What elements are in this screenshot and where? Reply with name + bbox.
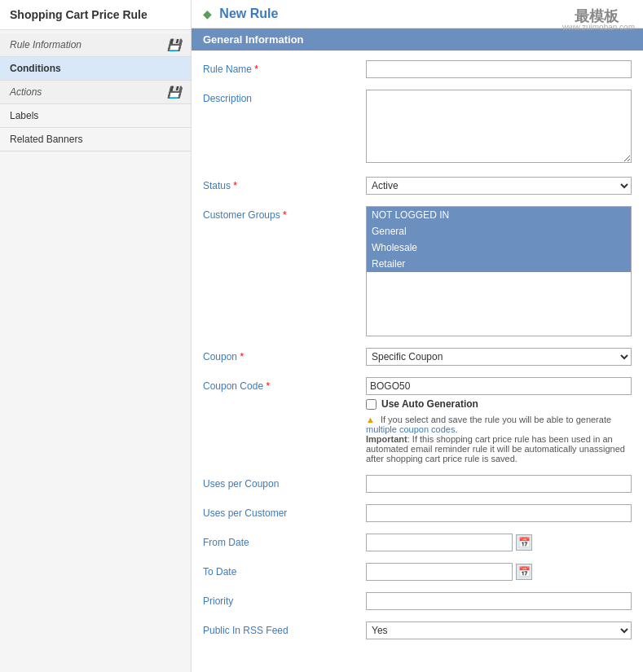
from-date-field: 📅 <box>366 534 632 551</box>
rule-name-field <box>366 60 632 78</box>
sidebar-item-actions-header[interactable]: Actions 💾 <box>0 81 191 104</box>
coupon-codes-link[interactable]: multiple coupon codes <box>366 424 455 434</box>
description-textarea[interactable] <box>366 90 632 163</box>
uses-per-coupon-input[interactable] <box>366 475 632 493</box>
related-banners-label: Related Banners <box>10 134 82 145</box>
auto-gen-info-text: If you select and save the rule you will… <box>366 415 611 434</box>
coupon-code-row: Coupon Code Use Auto Generation ▲ If you… <box>203 377 632 463</box>
customer-groups-label: Customer Groups <box>203 206 366 221</box>
coupon-info: ▲ If you select and save the rule you wi… <box>366 415 632 463</box>
rule-name-row: Rule Name <box>203 60 632 78</box>
new-rule-icon: ◆ <box>203 7 212 20</box>
actions-label: Actions <box>10 86 42 98</box>
use-auto-generation-checkbox[interactable] <box>366 399 377 410</box>
customer-groups-field: NOT LOGGED IN General Wholesale Retailer <box>366 206 632 336</box>
status-label: Status <box>203 177 366 191</box>
conditions-label: Conditions <box>10 63 61 74</box>
uses-per-coupon-field <box>366 475 632 493</box>
general-information-header: General Information <box>192 29 643 51</box>
customer-group-general[interactable]: General <box>367 223 631 239</box>
public-rss-field: Yes No <box>366 621 632 639</box>
main-content: ◆ New Rule 最模板 www.zuimoban.com General … <box>192 0 643 672</box>
use-auto-generation-label: Use Auto Generation <box>381 398 478 410</box>
sidebar: Shopping Cart Price Rule Rule Informatio… <box>0 0 192 672</box>
from-date-row: From Date 📅 <box>203 534 632 551</box>
customer-group-wholesale[interactable]: Wholesale <box>367 239 631 256</box>
use-auto-generation-row: Use Auto Generation <box>366 398 632 410</box>
important-label: Important <box>366 434 407 444</box>
coupon-field: No Coupon Specific Coupon Auto Generated <box>366 348 632 366</box>
sidebar-item-conditions[interactable]: Conditions <box>0 57 191 81</box>
labels-label: Labels <box>10 110 38 121</box>
to-date-calendar-icon[interactable]: 📅 <box>516 564 532 580</box>
to-date-field: 📅 <box>366 563 632 581</box>
uses-per-customer-label: Uses per Customer <box>203 504 366 519</box>
from-date-calendar-icon[interactable]: 📅 <box>516 534 532 551</box>
uses-per-coupon-row: Uses per Coupon <box>203 475 632 493</box>
coupon-row: Coupon No Coupon Specific Coupon Auto Ge… <box>203 348 632 366</box>
to-date-row-inner: 📅 <box>366 563 632 581</box>
description-field <box>366 90 632 165</box>
actions-save-icon: 💾 <box>167 86 181 99</box>
section-title: General Information <box>203 33 304 46</box>
form-body: Rule Name Description Status Active In <box>192 51 643 661</box>
sidebar-section-rule-information: Rule Information 💾 Conditions Actions 💾 … <box>0 30 191 155</box>
sidebar-item-labels[interactable]: Labels <box>0 104 191 128</box>
customer-group-not-logged-in[interactable]: NOT LOGGED IN <box>367 207 631 223</box>
page-header: ◆ New Rule 最模板 www.zuimoban.com <box>192 0 643 29</box>
uses-per-coupon-label: Uses per Coupon <box>203 475 366 490</box>
sidebar-item-related-banners[interactable]: Related Banners <box>0 128 191 152</box>
priority-field <box>366 592 632 610</box>
public-rss-label: Public In RSS Feed <box>203 621 366 636</box>
coupon-code-input[interactable] <box>366 377 632 395</box>
from-date-label: From Date <box>203 534 366 548</box>
to-date-label: To Date <box>203 563 366 578</box>
coupon-select[interactable]: No Coupon Specific Coupon Auto Generated <box>366 348 632 366</box>
coupon-label: Coupon <box>203 348 366 362</box>
priority-input[interactable] <box>366 592 632 610</box>
customer-group-retailer[interactable]: Retailer <box>367 256 631 272</box>
uses-per-customer-input[interactable] <box>366 504 632 522</box>
coupon-code-field: Use Auto Generation ▲ If you select and … <box>366 377 632 463</box>
status-row: Status Active Inactive <box>203 177 632 195</box>
rule-information-label: Rule Information <box>10 39 81 51</box>
public-rss-row: Public In RSS Feed Yes No <box>203 621 632 639</box>
uses-per-customer-field <box>366 504 632 522</box>
sidebar-title: Shopping Cart Price Rule <box>0 0 191 30</box>
from-date-input[interactable] <box>366 534 513 551</box>
rule-name-label: Rule Name <box>203 60 366 75</box>
customer-groups-listbox[interactable]: NOT LOGGED IN General Wholesale Retailer <box>366 206 632 336</box>
description-label: Description <box>203 90 366 104</box>
auto-gen-important-text: Important: If this shopping cart price r… <box>366 434 625 463</box>
public-rss-select[interactable]: Yes No <box>366 621 632 639</box>
status-select[interactable]: Active Inactive <box>366 177 632 195</box>
sidebar-section-header-rule-information[interactable]: Rule Information 💾 <box>0 33 191 57</box>
watermark-sub: www.zuimoban.com <box>562 23 635 32</box>
to-date-input[interactable] <box>366 563 513 581</box>
description-row: Description <box>203 90 632 165</box>
save-icon: 💾 <box>167 38 181 51</box>
from-date-row-inner: 📅 <box>366 534 632 551</box>
priority-label: Priority <box>203 592 366 607</box>
status-field: Active Inactive <box>366 177 632 195</box>
priority-row: Priority <box>203 592 632 610</box>
rule-name-input[interactable] <box>366 60 632 78</box>
coupon-code-label: Coupon Code <box>203 377 366 392</box>
page-title: New Rule <box>219 7 278 20</box>
info-arrow-icon: ▲ <box>366 415 375 424</box>
to-date-row: To Date 📅 <box>203 563 632 581</box>
customer-groups-row: Customer Groups NOT LOGGED IN General Wh… <box>203 206 632 336</box>
uses-per-customer-row: Uses per Customer <box>203 504 632 522</box>
